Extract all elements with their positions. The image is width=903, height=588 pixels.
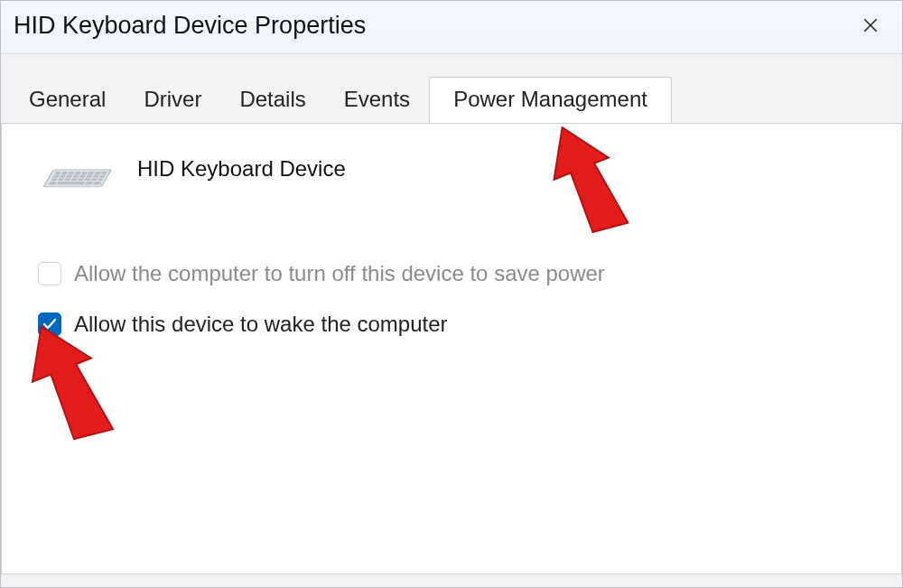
- tab-driver[interactable]: Driver: [125, 77, 220, 124]
- properties-window: HID Keyboard Device Properties General D…: [0, 0, 903, 588]
- svg-rect-28: [57, 182, 86, 185]
- tab-details[interactable]: Details: [220, 77, 324, 124]
- tab-label: General: [29, 87, 106, 111]
- content-area: General Driver Details Events Power Mana…: [1, 54, 902, 587]
- tab-label: Power Management: [453, 87, 647, 111]
- tab-power-management[interactable]: Power Management: [429, 77, 672, 124]
- checkbox-turn-off: [38, 262, 61, 285]
- keyboard-icon: [38, 154, 112, 198]
- option-turn-off-device: Allow the computer to turn off this devi…: [38, 261, 870, 286]
- window-title: HID Keyboard Device Properties: [14, 12, 366, 40]
- checkbox-wake[interactable]: [38, 313, 61, 336]
- device-name: HID Keyboard Device: [137, 156, 346, 182]
- tab-events[interactable]: Events: [325, 77, 429, 124]
- titlebar: HID Keyboard Device Properties: [1, 1, 902, 54]
- tab-label: Driver: [144, 87, 201, 111]
- close-icon: [862, 17, 879, 33]
- device-header: HID Keyboard Device: [38, 154, 870, 198]
- checkbox-label: Allow the computer to turn off this devi…: [74, 261, 605, 286]
- tab-general[interactable]: General: [10, 77, 125, 124]
- close-button[interactable]: [855, 10, 886, 41]
- tab-label: Events: [344, 87, 410, 111]
- tab-label: Details: [239, 87, 305, 111]
- option-wake-computer: Allow this device to wake the computer: [38, 312, 870, 337]
- tabs-row: General Driver Details Events Power Mana…: [1, 54, 902, 123]
- checkbox-label: Allow this device to wake the computer: [74, 312, 448, 337]
- tab-panel-power-management: HID Keyboard Device Allow the computer t…: [1, 123, 902, 574]
